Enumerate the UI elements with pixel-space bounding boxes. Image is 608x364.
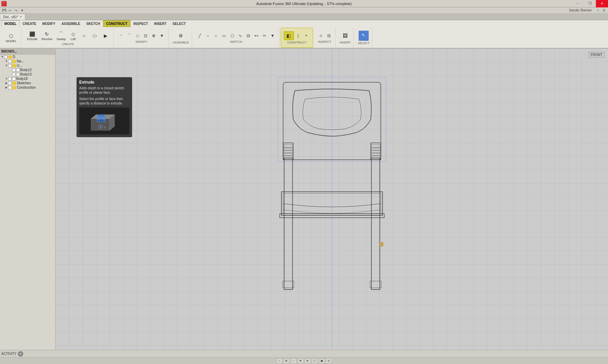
construct-plane-btn[interactable]: ◧ [284,31,294,40]
tree-label: Na... [17,59,24,63]
tree-item-root[interactable]: ▼ D [0,55,55,59]
assemble-btn[interactable]: ⚙ [176,31,186,40]
tree-toggle[interactable]: ▶ [5,82,8,85]
tab-modify[interactable]: MODIFY [39,20,58,27]
tree-item-body18[interactable]: ▼ Body18 [0,77,55,81]
polygon-btn[interactable]: ⬡ [229,32,236,39]
account-button[interactable]: ☰ [601,8,607,13]
body-icon [12,77,16,81]
loft-btn[interactable]: ◇ Loft [68,30,78,42]
line-btn[interactable]: ╱ [196,32,204,39]
svg-rect-19 [283,281,294,288]
close-tab-button[interactable]: ✕ [20,15,22,19]
svg-rect-3 [371,143,381,160]
tab-inspect[interactable]: INSPECT [130,20,151,27]
fillet-btn[interactable]: ◜ [118,32,125,39]
shell-btn[interactable]: □ [134,32,141,39]
save-button[interactable]: 💾 [1,8,7,13]
tab-model[interactable]: MODEL [1,20,20,27]
orbit-btn[interactable]: ↔ [291,358,297,364]
svg-rect-18 [371,158,380,290]
model-btn[interactable]: ⬡ MODEL [4,32,18,44]
tree-item-sketches[interactable]: ▶ Sketches [0,81,55,85]
document-tab[interactable]: Divi...v81* ✕ [0,14,25,20]
restore-button[interactable]: ❐ [584,0,596,7]
close-button[interactable]: ✕ [596,0,608,7]
tab-sketch[interactable]: SKETCH [83,20,103,27]
help-button[interactable]: ? [595,8,601,13]
sphere-btn[interactable]: ○ [79,31,89,40]
point-btn[interactable]: • [303,32,310,39]
fit-btn[interactable]: ⊞ [283,358,290,364]
extrude-btn[interactable]: ⬛ Extrude [25,30,39,42]
svg-rect-12 [371,153,380,155]
spline-btn[interactable]: ∿ [237,32,244,39]
more-modify-btn[interactable]: ▼ [158,32,165,39]
cylinder-icon: ⬭ [91,32,98,39]
viewport[interactable]: FRONT [56,49,608,350]
section-btn[interactable]: ⊟ [325,32,333,39]
tab-construct[interactable]: CONSTRUCT [103,20,130,27]
tree-toggle[interactable]: ▼ [5,60,8,63]
tree-item-construction[interactable]: ▶ Construction [0,85,55,90]
visibility-checkbox[interactable] [8,64,11,67]
tab-create[interactable]: CREATE [20,20,39,27]
zoom-btn[interactable]: ⊕ [305,358,311,364]
revolve-btn[interactable]: ↻ Revolve [40,30,54,42]
view-cube-btn[interactable]: ⬡ [312,358,318,364]
chamfer-btn[interactable]: ⌒ [126,32,133,39]
status-bar: ACTIVITY ● [0,350,608,357]
sphere-icon: ○ [81,32,87,39]
tab-assemble[interactable]: ASSEMBLE [58,20,83,27]
more-create-btn[interactable]: ▶ [100,31,111,40]
arc-btn[interactable]: ⌢ [204,32,212,39]
measure-btn[interactable]: ⊹ [317,32,325,39]
insert-canvas-btn[interactable]: 🖼 [340,31,350,40]
folder-icon [12,82,16,85]
view-label: FRONT [588,52,605,58]
visibility-checkbox[interactable] [8,77,11,81]
more-sketch-btn[interactable]: ▼ [269,32,276,39]
app-icon [1,1,7,6]
ribbon-group-insert: 🖼 INSERT [337,28,354,48]
display-settings-btn[interactable]: ▣ [319,358,325,364]
tab-select[interactable]: SELECT [170,20,189,27]
mirror-btn[interactable]: ⊷ [253,32,260,39]
quick-access-dropdown[interactable]: ▼ [20,8,25,13]
construct-group-label: CONSTRUCT [287,41,306,44]
offset-btn[interactable]: ⊟ [245,32,252,39]
visibility-checkbox[interactable] [8,60,11,63]
combine-btn[interactable]: ⊕ [150,32,157,39]
select-icon: ↖ [360,32,367,38]
tree-item-2[interactable]: ▼ U... [0,63,55,68]
tree-toggle[interactable]: ▼ [5,77,8,80]
minimize-button[interactable]: − [572,0,584,7]
tree-item-body12[interactable]: Body12 [0,68,55,72]
circle-btn[interactable]: ○ [212,32,220,39]
tree-toggle[interactable]: ▼ [1,55,4,58]
sweep-btn[interactable]: ⌒ Sweep [55,30,68,42]
trim-btn[interactable]: ✂ [261,32,268,39]
tree-label: Body18 [16,77,28,81]
tab-insert[interactable]: INSERT [151,20,170,27]
select-btn[interactable]: ↖ [359,31,369,41]
scale-btn[interactable]: ⊡ [142,32,149,39]
pan-btn[interactable]: ✥ [298,358,304,364]
home-view-btn[interactable]: ⌂ [276,358,282,364]
undo-button[interactable]: ↩ [7,8,13,13]
activity-icon[interactable]: ● [18,351,23,357]
render-settings-btn[interactable]: ◎ [326,358,332,364]
visibility-checkbox[interactable] [12,68,16,72]
visibility-checkbox[interactable] [8,86,11,89]
tree-item-1[interactable]: ▼ Na... [0,59,55,63]
visibility-checkbox[interactable] [4,55,7,59]
visibility-checkbox[interactable] [12,73,16,76]
axis-btn[interactable]: | [295,32,302,39]
rect-btn[interactable]: ▭ [220,32,228,39]
visibility-checkbox[interactable] [8,82,11,85]
redo-button[interactable]: ↪ [13,8,19,13]
tree-toggle[interactable]: ▼ [5,64,8,67]
cylinder-btn[interactable]: ⬭ [90,31,100,40]
tree-toggle[interactable]: ▶ [5,86,8,89]
tree-item-body13[interactable]: Body13 [0,72,55,77]
